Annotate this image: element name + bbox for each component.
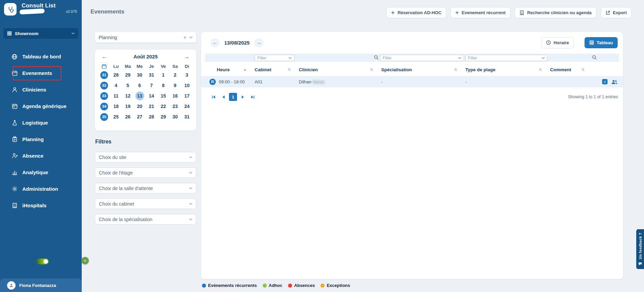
specialisation-filter-select[interactable]: Filter: [380, 55, 464, 61]
calendar-day[interactable]: 5: [124, 81, 132, 90]
table-row[interactable]: R09:00 - 18:00A01Dilhan Gurus--i: [201, 76, 623, 87]
export-button[interactable]: Export: [601, 7, 632, 18]
tableau-button[interactable]: Tableau: [585, 37, 618, 48]
legend-item-evenements-recurrents: Evénements récurrents: [202, 283, 257, 288]
calendar-day[interactable]: 12: [124, 91, 132, 100]
calendar-day[interactable]: 28: [147, 112, 156, 121]
sidebar-item-cliniciens[interactable]: Cliniciens: [0, 81, 82, 98]
people-icon[interactable]: [611, 79, 618, 84]
sidebar-item-agenda-generique[interactable]: Agenda générique: [0, 98, 82, 114]
recherche-clinicien-ou-agenda-button[interactable]: Recherche clinicien ou agenda: [515, 7, 596, 18]
date-next-button[interactable]: →: [254, 38, 263, 47]
calendar-day[interactable]: 21: [147, 102, 156, 111]
evenement-recurrent-button[interactable]: Evenement récurrent: [450, 7, 510, 18]
reservation-ad-hoc-button[interactable]: Réservation AD-HOC: [386, 7, 446, 18]
calendar-day-header: Ma: [125, 64, 131, 69]
pagination-last-button[interactable]: [249, 93, 257, 101]
calendar-day[interactable]: 17: [183, 91, 191, 100]
planning-select[interactable]: Planning ×: [95, 32, 196, 43]
calendar-day[interactable]: 19: [124, 102, 132, 111]
date-prev-button[interactable]: ←: [210, 38, 220, 47]
calendar-day[interactable]: 3: [183, 71, 191, 79]
calendar-day[interactable]: 28: [112, 71, 121, 79]
calendar-day[interactable]: 23: [171, 102, 180, 111]
sidebar-item-label: Cliniciens: [22, 87, 46, 92]
pagination-next-button[interactable]: [239, 93, 247, 101]
calendar-day[interactable]: 7: [147, 81, 156, 90]
type-de-plage-filter-select[interactable]: Filter: [465, 55, 547, 61]
calendar-day[interactable]: 24: [183, 102, 191, 111]
cabinet-filter-select[interactable]: Filter: [255, 55, 294, 61]
calendar-day[interactable]: 4: [112, 81, 121, 90]
calendar-day[interactable]: 14: [147, 91, 156, 100]
info-icon[interactable]: i: [602, 79, 608, 84]
horaire-label: Horaire: [553, 40, 569, 45]
column-header-comment[interactable]: Comment⇅: [550, 67, 593, 72]
calendar-day[interactable]: 30: [171, 112, 180, 121]
calendar-day[interactable]: 27: [135, 112, 144, 121]
sidebar-item-planning[interactable]: Planning: [0, 131, 82, 148]
calendar-day[interactable]: 31: [147, 71, 156, 79]
sidebar-item-analytique[interactable]: Analytique: [0, 164, 82, 181]
pagination-prev-button[interactable]: [219, 93, 227, 101]
column-header-heure[interactable]: Heure▲: [201, 67, 255, 72]
calendar-day[interactable]: 30: [135, 71, 144, 79]
calendar-day-selected[interactable]: 13: [135, 91, 144, 100]
calendar-day[interactable]: 1: [159, 71, 168, 79]
calendar-day[interactable]: 29: [124, 71, 132, 79]
sidebar-item-administration[interactable]: Administration: [0, 181, 82, 197]
sidebar-item-ihospitals[interactable]: iHospitals: [0, 197, 82, 214]
sidebar-item-absence[interactable]: Absence: [0, 148, 82, 164]
pagination-page-1[interactable]: 1: [229, 93, 237, 101]
sidebar-item-logistique[interactable]: Logistique: [0, 114, 82, 131]
workspace-selector[interactable]: Showroom: [3, 28, 78, 39]
sidebar-toggle[interactable]: [36, 259, 49, 264]
choix-du-cabinet-dropdown[interactable]: Choix du cabinet: [95, 198, 196, 209]
choix-du-site-dropdown[interactable]: Choix du site: [95, 152, 196, 162]
calendar-day[interactable]: 9: [171, 81, 180, 90]
calendar-next-button[interactable]: →: [184, 54, 189, 59]
calendar-day[interactable]: 26: [124, 112, 132, 121]
clear-icon[interactable]: ×: [183, 35, 186, 40]
sort-icon[interactable]: ⇅: [288, 68, 291, 72]
search-icon[interactable]: [374, 55, 379, 60]
calendar-day[interactable]: 20: [135, 102, 144, 111]
calendar-day[interactable]: 8: [159, 81, 168, 90]
calendar-day[interactable]: 2: [171, 71, 180, 79]
sort-icon[interactable]: ⇅: [454, 68, 457, 72]
column-header-label: Heure: [217, 67, 230, 72]
calendar-day[interactable]: 6: [135, 81, 144, 90]
calendar-day[interactable]: 25: [112, 112, 121, 121]
calendar-day[interactable]: 31: [183, 112, 191, 121]
calendar-prev-button[interactable]: ←: [102, 54, 107, 59]
clinician-first-name: Dilhan: [299, 79, 312, 84]
calendar-day[interactable]: 11: [112, 91, 121, 100]
calendar-day[interactable]: 22: [159, 102, 168, 111]
choix-de-la-salle-d-attente-dropdown[interactable]: Choix de la salle d'attente: [95, 183, 196, 193]
sidebar-collapse-button[interactable]: «: [81, 257, 89, 264]
sort-icon[interactable]: ⇅: [582, 68, 585, 72]
pagination-first-button[interactable]: [209, 93, 217, 101]
filter-placeholder: Filter: [383, 56, 456, 60]
calendar-day[interactable]: 16: [171, 91, 180, 100]
calendar-day[interactable]: 18: [112, 102, 121, 111]
choix-de-l-etage-dropdown[interactable]: Choix de l'étage: [95, 167, 196, 178]
column-header-type-de-plage[interactable]: Type de plage⇅: [465, 67, 550, 72]
calendar-day[interactable]: 10: [183, 81, 191, 90]
column-header-clinicien[interactable]: Clinicien⇅: [299, 67, 381, 72]
sort-asc-icon[interactable]: ▲: [243, 68, 247, 71]
horaire-button[interactable]: Horaire: [541, 37, 574, 48]
feedback-tab[interactable]: Un feedback ?: [636, 229, 644, 269]
calendar-day[interactable]: 29: [159, 112, 168, 121]
search-icon[interactable]: [592, 55, 597, 60]
app-version: v2.075: [66, 9, 77, 14]
column-header-cabinet[interactable]: Cabinet⇅: [255, 67, 299, 72]
column-header-specialisation[interactable]: Spécialisation⇅: [381, 67, 465, 72]
calendar-day[interactable]: 15: [159, 91, 168, 100]
sort-icon[interactable]: ⇅: [370, 68, 373, 72]
sort-icon[interactable]: ⇅: [539, 68, 542, 72]
sidebar-item-evenements[interactable]: Evenements: [0, 65, 82, 81]
sidebar-item-tableau-de-bord[interactable]: Tableau de bord: [0, 48, 82, 65]
user-bar[interactable]: Fiona Fontanazza: [0, 278, 82, 292]
choix-de-la-specialisation-dropdown[interactable]: Choix de la spécialisation: [95, 214, 196, 224]
